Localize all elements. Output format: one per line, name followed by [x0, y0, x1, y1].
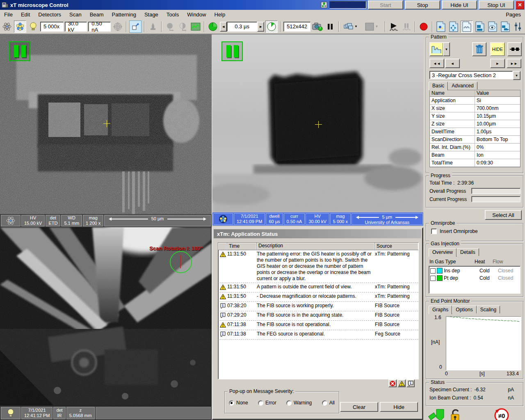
resolution-field[interactable]: 512x442	[283, 22, 310, 32]
page-optics-icon[interactable]	[487, 21, 498, 32]
previous-pattern-icon[interactable]: ◄	[445, 59, 460, 68]
hide-button[interactable]: Hide	[380, 402, 418, 412]
unlocked-padlock-icon[interactable]	[450, 409, 462, 420]
beam-current-field[interactable]: 0.50 nA	[88, 22, 111, 32]
pattern-type-dropdown-icon[interactable]: ▼	[443, 42, 450, 56]
message-list[interactable]: Time Description Source 11:31:50The patt…	[218, 242, 419, 379]
pattern-property-row[interactable]: ScanDirectionBottom To Top	[430, 136, 520, 144]
pattern-selector[interactable]: 3 -Regular Cross Section 2	[429, 71, 513, 79]
message-row[interactable]: 07:29:20The FIB source is in the acquiri…	[218, 311, 418, 321]
clear-button[interactable]: Clear	[340, 402, 378, 412]
auto-image-icon[interactable]	[190, 21, 201, 32]
dwell-time-spinner[interactable]: ◄ 0.3 µs ►	[220, 22, 264, 32]
page-processing-icon[interactable]	[474, 21, 486, 32]
pattern-pause-icon[interactable]	[401, 21, 412, 32]
message-row[interactable]: 11:31:50The patterning error: the GIS he…	[218, 250, 418, 283]
scan-speed-slow-icon[interactable]	[265, 21, 278, 33]
severity-radio-warning[interactable]: Warning	[286, 400, 312, 406]
pattern-property-row[interactable]: Y size10.15µm	[430, 112, 520, 120]
start-button[interactable]: Start	[368, 0, 403, 9]
stop-button[interactable]: Stop	[405, 0, 440, 9]
menu-item-detectors[interactable]: Detectors	[34, 10, 65, 19]
serial-patterning-icon[interactable]	[507, 42, 522, 56]
severity-radio-error[interactable]: Error	[258, 400, 276, 406]
message-row[interactable]: 07:11:38The FIB source is not operationa…	[218, 321, 418, 330]
message-row[interactable]: 11:31:50- Decrease magnification or relo…	[218, 292, 418, 302]
first-pattern-icon[interactable]: ◄◄	[429, 59, 444, 68]
severity-radio-none[interactable]: None	[229, 400, 248, 406]
pattern-run-icon[interactable]	[388, 21, 399, 32]
filter-warning-icon[interactable]	[397, 379, 406, 387]
pause-indicator[interactable]	[221, 41, 243, 61]
severity-column-header[interactable]	[218, 243, 227, 250]
time-column-header[interactable]: Time	[227, 243, 257, 250]
stage-move-icon[interactable]	[428, 407, 445, 420]
message-row[interactable]: 07:11:38The FEG source is operational.Fe…	[218, 330, 418, 340]
scan-rotation-dial[interactable]	[170, 251, 192, 273]
beam-not-zero-icon[interactable]: ≠0	[494, 408, 509, 420]
stop-ui-button[interactable]: Stop UI	[479, 0, 514, 9]
pattern-tab-basic[interactable]: Basic	[429, 82, 448, 90]
menu-item-window[interactable]: Window	[183, 10, 210, 19]
menu-item-tools[interactable]: Tools	[162, 10, 183, 19]
scan-pause-icon[interactable]	[324, 21, 336, 32]
epm-tab-graphs[interactable]: Graphs	[429, 306, 452, 314]
beam-shift-icon[interactable]	[112, 21, 123, 32]
gas-tab-overview[interactable]: Overview	[429, 248, 457, 257]
severity-radio-all[interactable]: All	[322, 400, 335, 406]
select-all-button[interactable]: Select All	[485, 210, 522, 220]
menu-item-stage[interactable]: Stage	[140, 10, 162, 19]
record-movie-icon[interactable]	[418, 21, 429, 32]
quad-view-selector[interactable]: ▼	[342, 21, 360, 32]
menu-item-patterning[interactable]: Patterning	[108, 10, 140, 19]
page-patterning-icon[interactable]	[461, 21, 473, 33]
page-navigation-icon[interactable]	[448, 21, 459, 32]
ion-beam-icon[interactable]	[14, 21, 26, 33]
source-column-header[interactable]: Source	[375, 243, 418, 250]
pattern-table-header[interactable]: NameValue	[430, 90, 520, 97]
quad2-electron-image-viewport[interactable]: 7/1/202112:41:09 PMdwell60 µscurr0.50 nA…	[212, 34, 423, 226]
delete-pattern-icon[interactable]	[472, 42, 486, 56]
application-status-titlebar[interactable]: xTm: Application Status	[214, 229, 421, 238]
page-adjustments-icon[interactable]	[512, 21, 524, 32]
pattern-property-row[interactable]: ApplicationSi	[430, 97, 520, 105]
pattern-property-row[interactable]: Z size10.00µm	[430, 120, 520, 128]
dwell-time-field[interactable]: 0.3 µs	[227, 22, 257, 32]
message-row[interactable]: 11:31:50A pattern is outside the current…	[218, 283, 418, 292]
pattern-property-row[interactable]: Rel. Int. Diam.(%)0%	[430, 144, 520, 151]
snapshot-camera-icon[interactable]	[312, 21, 323, 32]
quad1-ion-image-viewport[interactable]: HV15.00 kVdetETDWD5.1 mmmag1 200 x 50 µm	[0, 34, 212, 227]
epm-tab-scaling[interactable]: Scaling	[477, 306, 500, 313]
pattern-property-row[interactable]: DwellTime1.00µs	[430, 128, 520, 136]
menu-item-help[interactable]: Help	[210, 10, 229, 19]
gas-checkbox[interactable]	[430, 276, 436, 281]
brightness-icon[interactable]	[177, 21, 189, 32]
gas-row[interactable]: Pt depColdClosed	[429, 274, 520, 282]
dwell-decrease-icon[interactable]: ◄	[220, 22, 227, 32]
gas-row[interactable]: Ins depColdClosed	[429, 267, 520, 274]
detector-selector-disabled[interactable]: ▼	[361, 21, 382, 32]
ccd-camera-bulb-icon[interactable]	[27, 21, 39, 32]
gas-list[interactable]: Ins depColdClosedPt depColdClosed	[429, 266, 520, 294]
gas-checkbox[interactable]	[430, 268, 436, 274]
scan-speed-fast-icon[interactable]	[207, 21, 219, 32]
message-row[interactable]: 07:38:20The FIB source is working proper…	[218, 302, 418, 311]
dwell-increase-icon[interactable]: ►	[257, 22, 264, 32]
pattern-properties-table[interactable]: NameValue ApplicationSiX size700.00nmY s…	[429, 90, 520, 167]
filter-info-icon[interactable]	[406, 379, 415, 387]
close-icon[interactable]: ✕	[516, 1, 524, 9]
pattern-property-row[interactable]: X size700.00nm	[430, 105, 520, 112]
menu-item-beam[interactable]: Beam	[86, 10, 108, 19]
last-pattern-icon[interactable]: ►►	[507, 59, 521, 68]
quad3-ccd-viewport[interactable]: Scan Rotation I: 180° 7/1/202112:41:12 P…	[0, 227, 212, 420]
gas-tab-details[interactable]: Details	[457, 248, 479, 256]
electron-beam-icon[interactable]	[1, 21, 13, 32]
filter-error-icon[interactable]	[388, 379, 397, 387]
page-export-icon[interactable]	[500, 21, 511, 32]
pattern-selector-dropdown-icon[interactable]: ▼	[513, 71, 520, 80]
insert-omniprobe-checkbox[interactable]	[431, 228, 437, 234]
stage-wobble-icon[interactable]	[147, 21, 159, 32]
next-pattern-icon[interactable]: ►	[490, 59, 505, 68]
reduced-area-icon[interactable]	[129, 21, 142, 33]
high-voltage-field[interactable]: 30.0 kV	[65, 22, 87, 32]
